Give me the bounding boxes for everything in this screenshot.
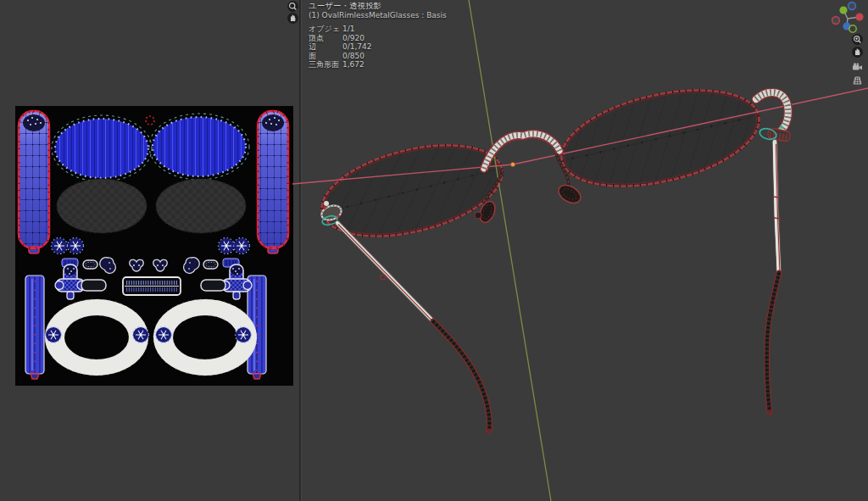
uv-shell-lensback-right — [156, 179, 246, 233]
viewport-camera-button[interactable] — [852, 60, 863, 71]
viewport-zoom-button[interactable] — [852, 34, 863, 45]
uv-shell-temple-right — [258, 111, 288, 253]
uv-shell-capsule-left — [81, 280, 106, 291]
stat-triangles: 三角形面 1,672 — [309, 60, 372, 69]
viewport-pan-button[interactable] — [852, 47, 863, 58]
stat-label: オブジェクト — [309, 25, 342, 33]
viewport-ortho-toggle-button[interactable] — [852, 73, 863, 84]
pan-hand-icon — [288, 14, 298, 23]
viewport-3d[interactable] — [302, 0, 868, 501]
zoom-icon — [853, 35, 862, 44]
stat-label: 辺 — [309, 42, 342, 51]
stat-label: 面 — [309, 52, 342, 60]
stat-objects: オブジェクト 1/1 — [309, 25, 372, 33]
uv-shell-lensback-left — [57, 179, 147, 233]
view-label: ユーザー・透視投影 — [309, 2, 381, 11]
uv-shell-bridge-bar — [123, 277, 181, 295]
stat-label: 頂点 — [309, 34, 342, 42]
uv-zoom-button[interactable] — [287, 1, 298, 12]
stat-value: 0/920 — [342, 34, 364, 42]
stat-vertices: 頂点 0/920 — [309, 34, 372, 42]
uv-pan-button[interactable] — [287, 13, 298, 24]
scene-statistics: オブジェクト 1/1 頂点 0/920 辺 0/1,742 面 0/850 三角… — [309, 25, 372, 70]
stat-value: 0/1,742 — [342, 42, 372, 51]
stat-value: 0/850 — [342, 52, 364, 60]
uv-shell-temple-left — [19, 111, 49, 253]
uv-shell-strip-left — [25, 276, 44, 379]
stat-edges: 辺 0/1,742 — [309, 42, 372, 51]
zoom-icon — [288, 2, 298, 11]
camera-view-icon — [852, 62, 863, 73]
stat-faces: 面 0/850 — [309, 52, 372, 60]
stat-label: 三角形面 — [309, 60, 342, 69]
uv-shell-capsule-right — [201, 280, 225, 291]
stat-value: 1/1 — [342, 25, 354, 33]
pan-hand-icon — [853, 47, 862, 57]
orthographic-grid-icon — [852, 75, 863, 86]
uv-editor-panel — [0, 0, 299, 501]
uv-layout-image — [15, 106, 293, 386]
stat-value: 1,672 — [342, 60, 364, 69]
active-object-label: (1) OvalRimlessMetalGlasses : Basis — [309, 11, 447, 19]
